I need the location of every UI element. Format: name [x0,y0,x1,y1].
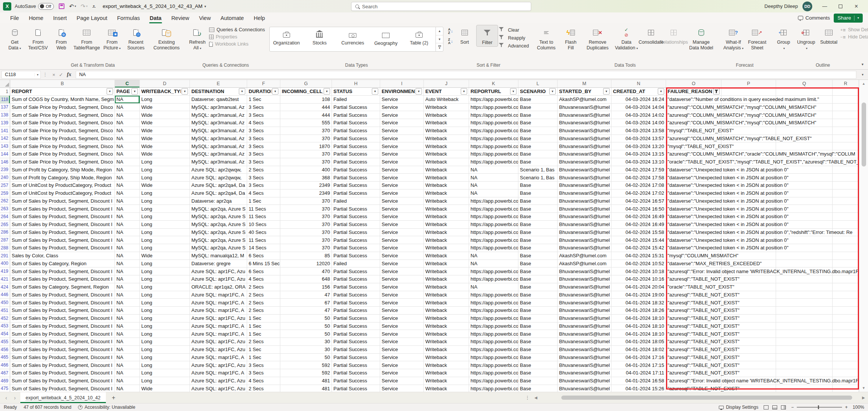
grid-cell[interactable] [833,260,859,268]
grid-cell[interactable]: Base [518,252,558,260]
grid-cell[interactable]: https://app.powerbi.co [469,127,518,135]
display-settings-button[interactable]: Display Settings [719,405,758,410]
row-number-137[interactable]: 137 [0,104,10,112]
grid-cell[interactable]: 481 [280,377,332,385]
grid-cell[interactable]: Partial Success [332,127,380,135]
grid-cell[interactable]: Service [380,189,424,197]
grid-cell[interactable]: Sum of Sale Price by Product, Segment, D… [10,127,115,135]
grid-cell[interactable]: Writeback [424,174,469,182]
filter-dropdown-icon[interactable]: ▾ [372,88,378,95]
tab-insert[interactable]: Insert [48,12,72,23]
grid-cell[interactable]: Sum of Sales by Product, Segment, Discou… [10,346,115,354]
grid-cell[interactable]: "oracle":"TABLE_NOT_EXIST" [666,283,721,291]
grid-cell[interactable]: Base [518,322,558,330]
grid-cell[interactable]: Writeback [424,166,469,174]
grid-cell[interactable]: Service [380,221,424,229]
grid-cell[interactable]: "azuresql":"COLUMN_MISMATCH","mysql":"CO… [666,119,721,127]
grid-cell[interactable]: 400 [280,166,332,174]
grid-cell[interactable] [833,236,859,244]
grid-cell[interactable]: Service [380,267,424,275]
grid-cell[interactable]: BhuvaneswariS@lumel [558,291,611,299]
grid-cell[interactable]: NA [115,338,140,346]
tab-page-layout[interactable]: Page Layout [72,12,112,23]
grid-cell[interactable]: MySQL: manualqa12, M [190,252,247,260]
grid-cell[interactable]: 04-02-2024 17:08 [611,182,666,189]
column-letter-J[interactable]: J [424,80,469,87]
grid-cell[interactable]: Long [140,236,190,244]
grid-cell[interactable]: 2 Secs [247,166,280,174]
grid-cell[interactable]: BhuvaneswariS@lumel [558,229,611,237]
grid-cell[interactable]: Service [380,307,424,315]
column-letter-E[interactable]: E [190,80,247,87]
grid-cell[interactable]: Writeback [424,119,469,127]
grid-cell[interactable]: 3 Secs [247,369,280,377]
grid-cell[interactable]: Service [380,213,424,221]
grid-cell[interactable]: Base [518,377,558,385]
grid-cell[interactable]: 04-02-2024 16:50 [611,205,666,213]
grid-cell[interactable]: https://app.powerbi.co [469,338,518,346]
grid-cell[interactable]: Long [140,96,190,104]
sheet-nav-left-icon[interactable]: ‹ [3,394,9,401]
grid-cell[interactable]: "dataverse":"MAX_RETRIES_EXCEEDED" [666,260,721,268]
grid-cell[interactable]: Long [140,315,190,322]
row-number-262[interactable]: 262 [0,197,10,205]
grid-cell[interactable]: BhuvaneswariS@lumel [558,182,611,189]
column-letter-K[interactable]: K [469,80,518,87]
zoom-slider-knob[interactable] [818,405,819,409]
grid-cell[interactable]: Service [380,369,424,377]
grid-cell[interactable]: Base [518,244,558,252]
header-cell-by[interactable]: STARTED_BY▾ [558,88,611,96]
grid-cell[interactable] [833,283,859,291]
grid-cell[interactable]: NA [115,244,140,252]
grid-cell[interactable]: Auto Writeback [424,96,469,104]
grid-cell[interactable]: 04-01-2024 18:26 [611,307,666,315]
grid-cell[interactable]: NA [115,205,140,213]
grid-cell[interactable] [833,354,859,362]
grid-cell[interactable]: Long [140,213,190,221]
grid-cell[interactable]: Base [518,275,558,283]
collapse-ribbon-icon[interactable]: ▾ [862,62,863,66]
grid-cell[interactable]: Sum of Profit by Category, Ship Mode, Re… [10,166,115,174]
grid-cell[interactable]: 1 Sec [247,322,280,330]
grid-cell[interactable]: 10 Secs [247,221,280,229]
grid-cell[interactable]: Sum of Sales by Product, Segment, Discou… [10,315,115,322]
grid-cell[interactable]: NA [115,283,140,291]
grid-cell[interactable]: Sum of Sales by Product, Segment, Discou… [10,369,115,377]
grid-cell[interactable]: 50 [280,322,332,330]
row-number-286[interactable]: 286 [0,229,10,237]
grid-cell[interactable]: Sum of Sales by Product, Segment, Discou… [10,244,115,252]
grid-cell[interactable]: Partial Success [332,142,380,150]
grid-cell[interactable]: 370 [280,244,332,252]
grid-cell[interactable]: NA [469,260,518,268]
grid-cell[interactable]: "azuresql":"TABLE_NOT_EXIST" [666,275,721,283]
grid-cell[interactable]: 04-01-2024 18:02 [611,346,666,354]
header-cell-status[interactable]: STATUS▾ [332,88,380,96]
workbook-links-button[interactable]: Workbook Links [209,41,265,47]
row-number-446[interactable]: 446 [0,291,10,299]
grid-cell[interactable]: Sum of Sales by Product, Segment, Discou… [10,291,115,299]
grid-cell[interactable]: 2 Secs [247,291,280,299]
row-number-419[interactable]: 419 [0,267,10,275]
filter-dropdown-icon[interactable]: ▾ [131,88,138,95]
column-letter-M[interactable]: M [558,80,611,87]
grid-cell[interactable]: https://app.powerbi.co [469,229,518,237]
grid-cell[interactable]: BhuvaneswariS@lumel [558,330,611,338]
grid-cell[interactable]: "azuresql":"TABLE_NOT_EXIST" [666,291,721,299]
grid-cell[interactable]: Long [140,267,190,275]
grid-cell[interactable]: Sum of Sale Price by Product, Segment, D… [10,119,115,127]
grid-cell[interactable]: NA [115,229,140,237]
zoom-slider[interactable] [797,407,842,407]
header-cell-q[interactable] [776,88,833,96]
grid-cell[interactable]: Sum of Sales by Product, Segment, Discou… [10,197,115,205]
grid-cell[interactable]: 1 Sec [247,96,280,104]
row-number-454[interactable]: 454 [0,330,10,338]
grid-cell[interactable]: 04-02-2024 17:58 [611,174,666,182]
grid-cell[interactable] [833,221,859,229]
grid-cell[interactable]: Partial Success [332,385,380,392]
grid-cell[interactable]: 04-01-2024 16:58 [611,377,666,385]
grid-cell[interactable]: "azuresql":"TABLE_NOT_EXIST" [666,385,721,392]
grid-cell[interactable]: Base [518,221,558,229]
grid-cell[interactable]: Writeback [424,354,469,362]
header-cell-fail[interactable]: FAILURE_REASON [666,88,721,96]
grid-cell[interactable]: Partial Success [332,182,380,189]
